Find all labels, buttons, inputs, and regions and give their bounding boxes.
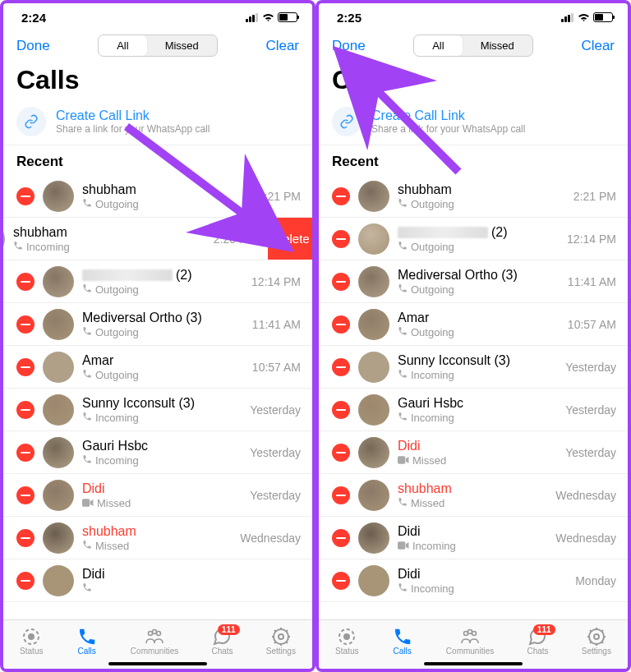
segment-all[interactable]: All bbox=[99, 35, 146, 56]
call-direction: Incoming bbox=[412, 540, 456, 552]
call-time: 11:41 AM bbox=[252, 318, 301, 331]
delete-minus-button[interactable] bbox=[16, 273, 35, 291]
delete-minus-button[interactable] bbox=[16, 572, 35, 590]
segment-missed[interactable]: Missed bbox=[463, 35, 532, 56]
avatar bbox=[358, 309, 389, 340]
call-row[interactable]: shubhamOutgoing2:21 PM bbox=[3, 175, 312, 218]
delete-minus-button[interactable] bbox=[332, 486, 350, 504]
delete-minus-button[interactable] bbox=[332, 230, 350, 248]
segment-missed[interactable]: Missed bbox=[147, 35, 217, 56]
tab-calls[interactable]: Calls bbox=[392, 628, 413, 656]
contact-name: Mediversal Ortho (3) bbox=[82, 310, 202, 325]
call-row[interactable]: shubhamIncoming2:20 PMDelete bbox=[3, 218, 268, 260]
call-row[interactable]: DidiMissedYesterday bbox=[3, 474, 312, 517]
clear-button[interactable]: Clear bbox=[581, 38, 615, 54]
create-call-link-sub: Share a link for your WhatsApp call bbox=[56, 123, 210, 135]
segment-all[interactable]: All bbox=[414, 35, 462, 56]
delete-minus-button[interactable] bbox=[16, 444, 35, 462]
tab-calls[interactable]: Calls bbox=[76, 628, 98, 656]
done-button[interactable]: Done bbox=[332, 38, 366, 54]
call-time: Yesterday bbox=[250, 403, 301, 417]
call-row[interactable]: DidiMissedYesterday bbox=[319, 431, 628, 474]
delete-minus-button[interactable] bbox=[332, 273, 350, 291]
call-time: 12:14 PM bbox=[567, 232, 616, 246]
contact-name: Sunny Icconsult (3) bbox=[82, 395, 195, 411]
delete-button[interactable]: Delete bbox=[268, 218, 312, 260]
avatar bbox=[358, 181, 389, 212]
delete-minus-button[interactable] bbox=[332, 358, 350, 376]
call-row[interactable]: Didi bbox=[3, 559, 312, 602]
delete-minus-button[interactable] bbox=[332, 315, 350, 334]
contact-name-blurred bbox=[398, 227, 488, 238]
tab-status[interactable]: Status bbox=[335, 628, 358, 656]
call-direction: Incoming bbox=[26, 241, 70, 253]
call-row[interactable]: (2)Outgoing12:14 PM bbox=[319, 218, 628, 260]
avatar bbox=[43, 437, 74, 468]
delete-minus-button[interactable] bbox=[332, 401, 350, 419]
call-row[interactable]: AmarOutgoing10:57 AM bbox=[319, 303, 628, 346]
avatar bbox=[43, 394, 74, 426]
contact-name: Didi bbox=[398, 523, 421, 539]
avatar bbox=[43, 266, 74, 297]
call-direction: Outgoing bbox=[411, 198, 454, 210]
delete-minus-button[interactable] bbox=[332, 572, 350, 590]
tab-chats[interactable]: 111Chats bbox=[211, 628, 233, 656]
phone-screen: 2:24DoneAllMissedClearCallsCreate Call L… bbox=[0, 0, 316, 672]
tab-communities[interactable]: Communities bbox=[131, 628, 178, 656]
call-row[interactable]: DidiIncomingWednesday bbox=[319, 517, 628, 559]
call-row[interactable]: shubhamMissedWednesday bbox=[3, 517, 312, 559]
clock: 2:24 bbox=[21, 11, 46, 25]
delete-minus-button[interactable] bbox=[16, 187, 35, 205]
tab-settings[interactable]: Settings bbox=[266, 628, 296, 656]
phone-icon bbox=[398, 326, 408, 338]
phone-icon bbox=[82, 412, 92, 424]
avatar bbox=[358, 437, 389, 468]
delete-minus-button[interactable] bbox=[16, 401, 35, 419]
delete-minus-button[interactable] bbox=[332, 187, 350, 205]
call-row[interactable]: DidiIncomingMonday bbox=[319, 559, 628, 602]
delete-minus-button[interactable] bbox=[16, 529, 35, 547]
call-count: (2) bbox=[176, 267, 192, 283]
signal-icon bbox=[561, 13, 574, 22]
done-button[interactable]: Done bbox=[16, 38, 50, 54]
call-row[interactable]: Sunny Icconsult (3)IncomingYesterday bbox=[319, 346, 628, 389]
tab-communities[interactable]: Communities bbox=[446, 628, 494, 656]
contact-name: Didi bbox=[398, 566, 421, 582]
call-direction: Outgoing bbox=[95, 326, 139, 338]
call-row[interactable]: Gauri HsbcIncomingYesterday bbox=[3, 431, 312, 474]
call-row[interactable]: shubhamOutgoing2:21 PM bbox=[319, 175, 628, 218]
link-icon bbox=[332, 107, 362, 136]
call-row[interactable]: Mediversal Ortho (3)Outgoing11:41 AM bbox=[3, 303, 312, 346]
tab-settings[interactable]: Settings bbox=[582, 628, 611, 656]
svg-rect-9 bbox=[398, 456, 405, 463]
call-row[interactable]: Gauri HsbcIncomingYesterday bbox=[319, 389, 628, 431]
delete-minus-button[interactable] bbox=[332, 529, 350, 547]
create-call-link-row[interactable]: Create Call LinkShare a link for your Wh… bbox=[319, 100, 628, 145]
phone-icon bbox=[82, 326, 92, 338]
call-row[interactable]: Mediversal Ortho (3)Outgoing11:41 AM bbox=[319, 260, 628, 303]
contact-name: Sunny Icconsult (3) bbox=[398, 352, 510, 368]
call-row[interactable]: (2)Outgoing12:14 PM bbox=[3, 260, 312, 303]
delete-minus-button[interactable] bbox=[332, 444, 350, 462]
tab-chats[interactable]: 111Chats bbox=[527, 628, 548, 656]
phone-icon bbox=[82, 540, 92, 552]
tab-status[interactable]: Status bbox=[20, 628, 43, 656]
call-direction: Outgoing bbox=[95, 369, 139, 381]
phone-icon bbox=[398, 497, 408, 509]
tab-bar: StatusCallsCommunities111ChatsSettings bbox=[3, 619, 312, 669]
call-row[interactable]: Sunny Icconsult (3)IncomingYesterday bbox=[3, 389, 312, 431]
call-time: Yesterday bbox=[565, 446, 616, 459]
home-indicator bbox=[108, 662, 207, 665]
delete-minus-button[interactable] bbox=[16, 486, 35, 504]
avatar bbox=[358, 352, 389, 383]
phone-icon bbox=[82, 369, 92, 381]
create-call-link-row[interactable]: Create Call LinkShare a link for your Wh… bbox=[3, 100, 312, 145]
delete-minus-button[interactable] bbox=[16, 358, 35, 376]
delete-minus-button[interactable] bbox=[16, 315, 35, 334]
call-row[interactable]: AmarOutgoing10:57 AM bbox=[3, 346, 312, 389]
call-row[interactable]: shubhamMissedWednesday bbox=[319, 474, 628, 517]
create-call-link-label: Create Call Link bbox=[56, 108, 210, 123]
phone-icon bbox=[398, 369, 408, 381]
call-direction: Incoming bbox=[411, 369, 454, 381]
clear-button[interactable]: Clear bbox=[265, 38, 299, 54]
